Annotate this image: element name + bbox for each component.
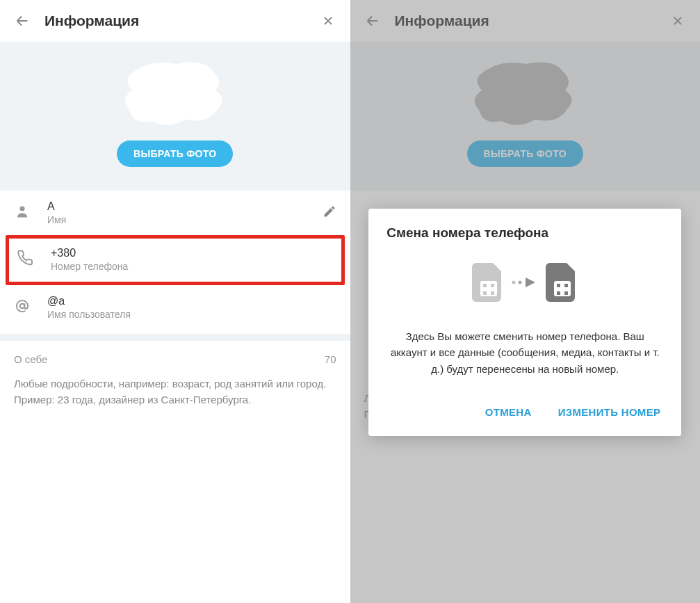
phone-highlight: +380 Номер телефона (6, 235, 345, 285)
arrow-icon (511, 276, 539, 289)
svg-rect-13 (564, 291, 568, 295)
about-label: О себе (14, 353, 47, 365)
divider (0, 334, 350, 341)
about-help: Любые подробности, например: возраст, ро… (0, 371, 350, 421)
at-icon (14, 298, 31, 314)
svg-point-8 (519, 281, 522, 284)
username-label: Имя пользователя (47, 309, 336, 320)
svg-point-0 (19, 206, 24, 211)
name-value: А (47, 200, 306, 213)
change-number-button[interactable]: ИЗМЕНИТЬ НОМЕР (555, 401, 664, 424)
svg-rect-10 (557, 284, 560, 287)
dialog-overlay: Смена номера телефона Здесь Вы можете см… (350, 0, 701, 603)
svg-rect-2 (480, 281, 497, 296)
svg-rect-11 (564, 284, 568, 287)
help-line2: Пример: 23 года, дизайнер из Санкт-Петер… (14, 392, 336, 408)
field-name[interactable]: А Имя (0, 191, 350, 235)
svg-rect-12 (557, 291, 560, 295)
svg-rect-3 (483, 284, 487, 287)
person-icon (14, 203, 31, 220)
username-value: @a (47, 295, 336, 307)
name-label: Имя (47, 214, 306, 225)
sim-transfer-icon (386, 262, 663, 303)
about-count: 70 (325, 353, 336, 365)
divider (0, 182, 350, 191)
close-icon[interactable] (320, 13, 336, 29)
photo-placeholder (113, 56, 238, 132)
edit-icon[interactable] (323, 204, 336, 218)
dialog-body: Здесь Вы можете сменить номер телефона. … (386, 328, 663, 377)
field-phone[interactable]: +380 Номер телефона (9, 239, 341, 282)
svg-rect-5 (483, 291, 487, 295)
header: Информация (0, 0, 350, 42)
page-title: Информация (44, 13, 306, 29)
dialog-title: Смена номера телефона (386, 225, 663, 241)
about-row[interactable]: О себе 70 (0, 341, 350, 371)
cancel-button[interactable]: ОТМЕНА (482, 401, 535, 424)
back-icon[interactable] (14, 13, 31, 29)
change-number-dialog: Смена номера телефона Здесь Вы можете см… (368, 209, 681, 436)
photo-section: ВЫБРАТЬ ФОТО (0, 42, 350, 182)
phone-value: +380 (51, 247, 333, 259)
phone-icon (17, 250, 34, 266)
help-line1: Любые подробности, например: возраст, ро… (14, 376, 336, 392)
right-pane: Информация ВЫБРАТЬ ФОТО Любые подробност… (350, 0, 701, 603)
svg-point-7 (512, 281, 516, 284)
svg-rect-4 (491, 284, 494, 287)
svg-rect-9 (554, 281, 571, 296)
svg-rect-6 (491, 291, 494, 295)
svg-point-1 (20, 304, 25, 309)
left-pane: Информация ВЫБРАТЬ ФОТО А Имя (0, 0, 350, 603)
field-username[interactable]: @a Имя пользователя (0, 285, 350, 330)
phone-label: Номер телефона (51, 261, 333, 272)
choose-photo-button[interactable]: ВЫБРАТЬ ФОТО (117, 140, 233, 167)
